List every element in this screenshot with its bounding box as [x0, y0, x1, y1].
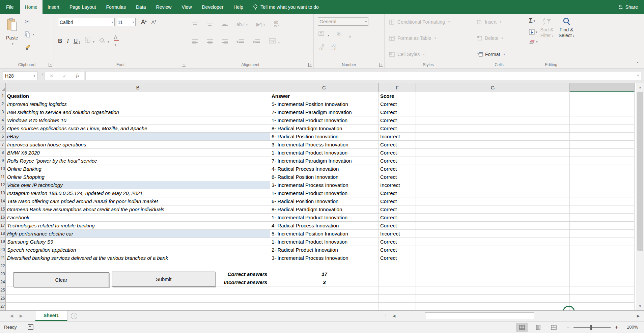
- cell-b15[interactable]: Grameen Bank new assumptions about credi…: [6, 205, 270, 214]
- cell-c14[interactable]: 6- Radical Position Innovation: [270, 197, 379, 205]
- scroll-right-icon[interactable]: ▶: [634, 312, 642, 320]
- cell-h16[interactable]: [570, 214, 635, 222]
- find-select-button[interactable]: Find &Select: [556, 17, 577, 39]
- cell-h25[interactable]: [570, 286, 635, 295]
- cell-c12[interactable]: 3- Incremental Process Innovation: [270, 181, 379, 189]
- cell-g16[interactable]: [416, 214, 570, 222]
- row-header-10[interactable]: 10: [0, 165, 6, 173]
- cell-f23[interactable]: [379, 270, 416, 278]
- number-dialog-launcher-icon[interactable]: [379, 63, 383, 67]
- decrease-font-icon[interactable]: A▾: [151, 19, 157, 25]
- cell-f12[interactable]: Incorrect: [379, 181, 416, 189]
- row-header-8[interactable]: 8: [0, 149, 6, 157]
- cell-c5[interactable]: 8- Radical Paradigm Innovation: [270, 124, 379, 133]
- increase-font-icon[interactable]: A▴: [141, 19, 147, 26]
- row-header-7[interactable]: 7: [0, 141, 6, 149]
- increase-decimal-button[interactable]: ←.0.00: [318, 44, 324, 51]
- tab-view[interactable]: View: [176, 0, 197, 14]
- align-center-icon[interactable]: [207, 39, 213, 44]
- row-header-20[interactable]: 20: [0, 246, 6, 254]
- cell-b6[interactable]: eBay: [6, 133, 270, 141]
- cell-h8[interactable]: [570, 149, 635, 157]
- tell-me-box[interactable]: Tell me what you want to do: [248, 0, 324, 14]
- cell-b19[interactable]: Samsung Galaxy S9: [6, 238, 270, 246]
- cell-c9[interactable]: 7- Incremental Paradigm Innovation: [270, 157, 379, 165]
- row-header-11[interactable]: 11: [0, 173, 6, 181]
- cell-c13[interactable]: 1- Incremental Product Innovation: [270, 189, 379, 197]
- cell-f1[interactable]: Score: [379, 92, 416, 100]
- cell-h2[interactable]: [570, 100, 635, 108]
- format-painter-button[interactable]: [25, 44, 34, 51]
- row-header-18[interactable]: 18: [0, 230, 6, 238]
- cell-f4[interactable]: Correct: [379, 116, 416, 124]
- cell-c10[interactable]: 4- Radical Process Innovation: [270, 165, 379, 173]
- zoom-in-button[interactable]: +: [615, 324, 618, 330]
- cell-f26[interactable]: [379, 295, 416, 303]
- view-normal-button[interactable]: [516, 323, 528, 332]
- share-button[interactable]: Share: [612, 0, 644, 14]
- scroll-down-icon[interactable]: ▼: [637, 303, 643, 310]
- cell-h24[interactable]: [570, 278, 635, 286]
- cell-f5[interactable]: Correct: [379, 124, 416, 133]
- format-as-table-button[interactable]: Format as Table: [389, 35, 436, 41]
- collapse-ribbon-icon[interactable]: ⌃: [636, 61, 639, 66]
- cell-g23[interactable]: [416, 270, 570, 278]
- view-page-break-button[interactable]: [548, 323, 559, 332]
- italic-button[interactable]: I: [67, 38, 69, 45]
- cell-c19[interactable]: 1- Incremental Product Innovation: [270, 238, 379, 246]
- cell-b7[interactable]: Improved auction house operations: [6, 141, 270, 149]
- number-format-combo[interactable]: General▾: [318, 17, 368, 26]
- column-header-G[interactable]: G: [416, 83, 570, 92]
- cell-g5[interactable]: [416, 124, 570, 133]
- cell-c4[interactable]: 1- Incremental Product Innovation: [270, 116, 379, 124]
- cell-styles-button[interactable]: Cell Styles: [389, 52, 425, 57]
- cell-g14[interactable]: [416, 197, 570, 205]
- name-box-dropdown-icon[interactable]: ▾: [33, 74, 35, 78]
- row-header-1[interactable]: 1: [0, 92, 6, 100]
- horizontal-scrollbar[interactable]: ◀ ▶: [390, 312, 642, 320]
- row-header-4[interactable]: 4: [0, 116, 6, 124]
- cell-b5[interactable]: Open sources applications such as Linux,…: [6, 124, 270, 133]
- row-header-17[interactable]: 17: [0, 222, 6, 230]
- cell-f13[interactable]: Correct: [379, 189, 416, 197]
- font-dialog-launcher-icon[interactable]: [182, 63, 186, 67]
- paste-button[interactable]: Paste: [3, 17, 21, 58]
- cell-b26[interactable]: [6, 295, 270, 303]
- tab-insert[interactable]: Insert: [43, 0, 64, 14]
- sheet-nav-right-icon[interactable]: ▶: [20, 313, 23, 318]
- cell-g12[interactable]: [416, 181, 570, 189]
- cell-c25[interactable]: [270, 286, 379, 295]
- row-header-13[interactable]: 13: [0, 189, 6, 197]
- horizontal-scroll-thumb[interactable]: [425, 312, 534, 319]
- cell-b27[interactable]: [6, 303, 270, 310]
- cell-b11[interactable]: Online Shopping: [6, 173, 270, 181]
- cell-g6[interactable]: [416, 133, 570, 141]
- cell-f22[interactable]: [379, 262, 416, 270]
- cell-g24[interactable]: [416, 278, 570, 286]
- add-sheet-icon[interactable]: +: [71, 313, 77, 319]
- cell-h26[interactable]: [570, 295, 635, 303]
- row-header-14[interactable]: 14: [0, 197, 6, 205]
- cell-g7[interactable]: [416, 141, 570, 149]
- cell-b21[interactable]: Diversified banking services delivered a…: [6, 254, 270, 262]
- cell-c18[interactable]: 5- Incremental Position Innovation: [270, 230, 379, 238]
- cell-c17[interactable]: 4- Radical Process Innovation: [270, 222, 379, 230]
- tab-data[interactable]: Data: [131, 0, 151, 14]
- cell-g9[interactable]: [416, 157, 570, 165]
- row-header-25[interactable]: 25: [0, 286, 6, 295]
- cell-b2[interactable]: Improved retailing logistics: [6, 100, 270, 108]
- cell-h14[interactable]: [570, 197, 635, 205]
- align-bottom-icon[interactable]: [222, 22, 228, 26]
- cell-f25[interactable]: [379, 286, 416, 295]
- delete-cells-button[interactable]: Delete: [477, 35, 503, 41]
- tab-formulas[interactable]: Formulas: [101, 0, 131, 14]
- comma-icon[interactable]: ,: [349, 30, 351, 39]
- column-header-C[interactable]: C: [270, 83, 379, 92]
- cell-h15[interactable]: [570, 205, 635, 214]
- insert-cells-button[interactable]: Insert: [477, 19, 502, 25]
- clipboard-dialog-launcher-icon[interactable]: [49, 63, 52, 67]
- row-header-21[interactable]: 21: [0, 254, 6, 262]
- cell-b18[interactable]: High performance electric car: [6, 230, 270, 238]
- cell-f2[interactable]: Correct: [379, 100, 416, 108]
- align-middle-icon[interactable]: [207, 22, 213, 26]
